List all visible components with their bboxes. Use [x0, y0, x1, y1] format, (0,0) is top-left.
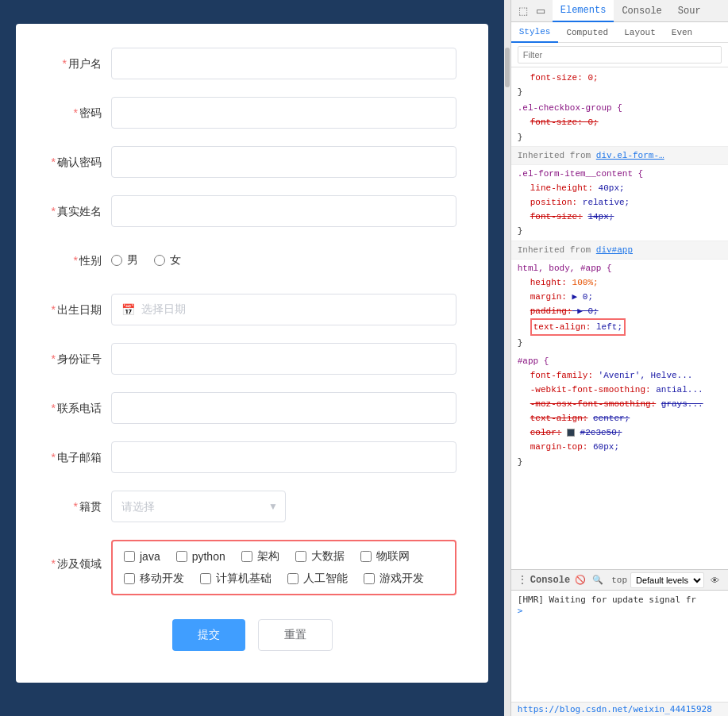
checkbox-cs-basics[interactable]: 计算机基础 [200, 572, 272, 586]
inspect-icon[interactable]: ⬚ [514, 2, 532, 20]
checkbox-architecture-input[interactable] [241, 551, 252, 562]
required-star-11: * [52, 557, 56, 570]
required-star: * [63, 57, 67, 70]
console-body: [HMR] Waiting for update signal fr > [511, 591, 728, 702]
required-star-8: * [52, 402, 56, 414]
subtab-computed[interactable]: Computed [558, 22, 616, 43]
css-prop-fontsize-14: font-size: 14px; [518, 210, 722, 224]
css-prop-text-align-highlighted: text-align: left; [518, 318, 626, 336]
css-brace-close-3: } [518, 224, 722, 238]
console-top-label: top [611, 575, 627, 585]
checkbox-iot[interactable]: 物联网 [360, 549, 410, 564]
console-log-line: [HMR] Waiting for update signal fr [518, 594, 722, 606]
subtab-layout[interactable]: Layout [616, 22, 664, 43]
checkbox-game-dev-input[interactable] [364, 573, 375, 584]
checkbox-bigdata[interactable]: 大数据 [295, 549, 345, 564]
checkbox-python[interactable]: python [176, 550, 225, 563]
checkbox-java-input[interactable] [124, 551, 135, 562]
css-prop-font-family: font-family: 'Avenir', Helve... [518, 368, 722, 383]
console-filter-icon[interactable]: 🔍 [591, 573, 605, 587]
tab-console[interactable]: Console [614, 0, 669, 22]
phone-input[interactable] [111, 392, 456, 424]
password-input[interactable] [111, 97, 456, 129]
css-selector-app: #app { [518, 354, 722, 368]
tab-elements[interactable]: Elements [553, 0, 614, 22]
checkbox-java[interactable]: java [124, 550, 160, 563]
required-star-2: * [74, 106, 78, 119]
devtools-panel: ⬚ ▭ Elements Console Sour Styles Compute… [510, 0, 728, 716]
filter-bar [511, 43, 728, 67]
status-bar: https://blog.csdn.net/weixin_44415928 [511, 702, 728, 716]
realname-row: *真实姓名 [48, 195, 456, 227]
checkbox-cs-basics-input[interactable] [200, 573, 211, 584]
gender-male-radio[interactable] [111, 255, 122, 266]
id-number-input[interactable] [111, 343, 456, 375]
checkbox-mobile-input[interactable] [124, 573, 135, 584]
console-title: Console [530, 575, 570, 586]
confirm-password-input[interactable] [111, 146, 456, 178]
button-row: 提交 重置 [48, 619, 456, 651]
form-panel: *用户名 *密码 *确认密码 *真实姓名 [0, 0, 504, 716]
css-prop-moz-font-smoothing: -moz-osx-font-smoothing: grays... [518, 397, 722, 411]
tab-sources[interactable]: Sour [670, 0, 709, 22]
checkbox-mobile[interactable]: 移动开发 [124, 572, 184, 586]
email-input[interactable] [111, 441, 456, 473]
hometown-select[interactable]: 请选择 [111, 491, 286, 522]
gender-label: *性别 [48, 244, 111, 276]
form-card: *用户名 *密码 *确认密码 *真实姓名 [16, 24, 488, 683]
scrollbar[interactable] [504, 0, 510, 716]
hometown-label: *籍贯 [48, 491, 111, 522]
checkbox-bigdata-input[interactable] [295, 551, 306, 562]
checkbox-iot-input[interactable] [360, 551, 372, 562]
status-url: https://blog.csdn.net/weixin_44415928 [518, 704, 712, 714]
checkbox-game-dev[interactable]: 游戏开发 [364, 572, 424, 586]
filter-input[interactable] [518, 46, 722, 64]
checkbox-architecture[interactable]: 架构 [241, 549, 279, 564]
css-prop-height: height: 100%; [518, 275, 722, 290]
birthday-label: *出生日期 [48, 294, 111, 325]
password-label: *密码 [48, 97, 111, 129]
console-prompt-arrow: > [518, 606, 523, 616]
checkbox-ai[interactable]: 人工智能 [287, 572, 348, 586]
gender-male-option[interactable]: 男 [111, 253, 138, 268]
email-label: *电子邮箱 [48, 441, 111, 473]
css-prop-line-height: line-height: 40px; [518, 181, 722, 195]
checkbox-python-input[interactable] [176, 551, 187, 562]
confirm-password-row: *确认密码 [48, 146, 456, 178]
checkbox-ai-input[interactable] [287, 573, 299, 584]
css-rule-app: #app { font-family: 'Avenir', Helve... -… [511, 352, 728, 471]
scroll-thumb [505, 48, 510, 87]
required-star-4: * [52, 205, 56, 217]
birthday-input[interactable]: 📅 选择日期 [111, 294, 456, 325]
calendar-icon: 📅 [121, 303, 135, 316]
console-eye-icon[interactable]: 👁 [707, 573, 722, 587]
required-star-10: * [74, 500, 78, 513]
gender-female-radio[interactable] [154, 255, 165, 266]
username-row: *用户名 [48, 48, 456, 79]
css-brace-close-1: } [518, 85, 722, 99]
phone-label: *联系电话 [48, 392, 111, 424]
inherited-link-app[interactable]: div#app [596, 245, 633, 255]
css-brace-close-4: } [518, 336, 722, 350]
css-rule-checkbox-group: .el-checkbox-group { font-size: 0; } [511, 99, 728, 145]
realname-input[interactable] [111, 195, 456, 227]
checkbox-group: java python 架构 大数据 [111, 540, 456, 595]
console-level-select[interactable]: Default levels [630, 572, 704, 588]
console-clear-icon[interactable]: 🚫 [573, 573, 587, 587]
device-toggle-icon[interactable]: ▭ [532, 2, 549, 20]
css-property-fontsize-0: font-size: 0; [518, 71, 722, 85]
subtab-event[interactable]: Even [664, 22, 700, 43]
gender-female-option[interactable]: 女 [154, 253, 181, 268]
required-star-9: * [52, 451, 56, 464]
subtab-styles[interactable]: Styles [511, 22, 559, 43]
inherited-header-form: Inherited from div.el-form-… [511, 146, 728, 165]
css-prop-fontsize-strikethrough: font-size: 0; [518, 115, 722, 129]
devtools-topbar: ⬚ ▭ Elements Console Sour [511, 0, 728, 22]
reset-button[interactable]: 重置 [258, 619, 333, 651]
inherited-link-form[interactable]: div.el-form-… [596, 151, 664, 160]
hometown-select-wrapper: 请选择 ▼ [111, 491, 286, 522]
console-panel: ⋮ Console 🚫 🔍 top Default levels 👁 [HMR]… [511, 569, 728, 716]
gender-group: 男 女 [111, 253, 181, 268]
username-input[interactable] [111, 48, 456, 79]
submit-button[interactable]: 提交 [172, 619, 245, 651]
